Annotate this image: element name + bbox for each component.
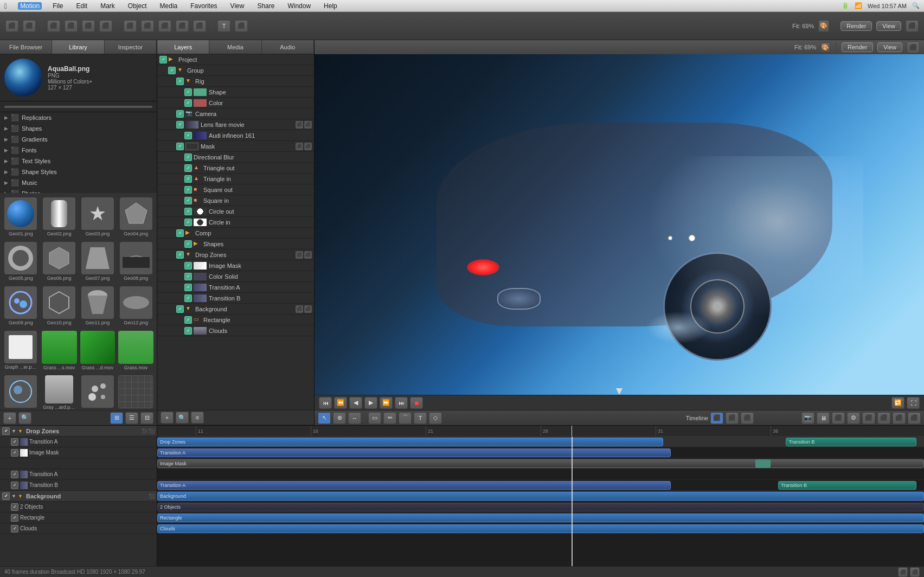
layer-row-project[interactable]: ▶ Project — [157, 54, 314, 65]
menu-item-motion[interactable]: Motion — [18, 2, 42, 10]
layer-checkbox-comp[interactable] — [176, 229, 184, 237]
layer-checkbox-sq-in[interactable] — [184, 197, 192, 204]
tab-library[interactable]: Library — [52, 40, 104, 54]
status-btn-1[interactable]: ⬛ — [898, 567, 908, 577]
tl-row-clouds[interactable]: Clouds — [0, 523, 157, 534]
tab-media[interactable]: Media — [209, 40, 261, 54]
particles-btn[interactable]: ⬛ — [832, 412, 845, 424]
menu-item-share[interactable]: Share — [255, 2, 277, 10]
screen-btn[interactable]: 🖥 — [817, 412, 830, 424]
tl-row-image-mask[interactable]: Image Mask — [0, 447, 157, 458]
asset-grass-m[interactable]: Grass.mov — [117, 329, 155, 372]
layer-checkbox-audi[interactable] — [184, 132, 192, 139]
toolbar-expand[interactable]: ⬛ — [906, 20, 919, 32]
paint-tool[interactable]: ✏ — [383, 412, 396, 424]
layer-row-audi[interactable]: Audi infineon 161 — [157, 130, 314, 141]
layer-row-rig[interactable]: ▼ Rig — [157, 76, 314, 87]
toolbar-btn-13[interactable]: ⬛ — [235, 20, 248, 32]
search-icon[interactable]: 🔍 — [912, 2, 920, 9]
asset-grass-01[interactable]: Grass...01.png — [2, 373, 40, 410]
clip-trans-a-1[interactable]: Transition A — [157, 448, 671, 457]
layer-checkbox-clouds[interactable] — [184, 327, 192, 335]
render-button[interactable]: Render — [840, 21, 872, 31]
add-item-btn[interactable]: + — [3, 412, 16, 424]
layer-row-rectangle[interactable]: ▭ Rectangle — [157, 315, 314, 325]
expand-bottom-btn[interactable]: ⬛ — [908, 412, 921, 424]
bezier-tool[interactable]: ⌒ — [399, 412, 412, 424]
tl-row-background[interactable]: ▼ ▼ Background ⬛ — [0, 491, 157, 502]
clip-trans-a-2[interactable]: Transition A — [157, 481, 671, 490]
layer-checkbox-rig[interactable] — [176, 78, 184, 85]
layer-checkbox-camera[interactable] — [176, 110, 184, 118]
menu-item-view[interactable]: View — [228, 2, 247, 10]
tab-inspector[interactable]: Inspector — [105, 40, 157, 54]
gen-btn[interactable]: ⚙ — [847, 412, 860, 424]
tl-row-rect[interactable]: Rectangle — [0, 512, 157, 523]
toolbar-btn-10[interactable]: ⬛ — [176, 20, 189, 32]
layer-row-tri-in[interactable]: ▲ Triangle in — [157, 174, 314, 184]
color-pick-btn[interactable]: 🎨 — [820, 42, 830, 52]
menu-item-file[interactable]: File — [50, 2, 65, 10]
handle-dot-2[interactable] — [689, 235, 695, 241]
timeline-btn-2[interactable]: ⬛ — [726, 412, 739, 424]
asset-geo08[interactable]: Geo08.png — [117, 240, 155, 283]
anchor-tool[interactable]: ⊕ — [333, 412, 346, 424]
tl-checkbox-dz[interactable] — [2, 427, 10, 435]
playback-forward-btn[interactable]: ⏩ — [380, 397, 393, 409]
text-tool[interactable]: T — [414, 412, 427, 424]
layer-row-image-mask[interactable]: Image Mask — [157, 260, 314, 271]
asset-geo06[interactable]: Geo06.png — [41, 240, 78, 283]
right-btn[interactable]: ⬛ — [893, 412, 906, 424]
tab-audio[interactable]: Audio — [262, 40, 314, 54]
tree-item-gradients[interactable]: ▶ ⬛ Gradients — [0, 134, 157, 145]
column-view-btn[interactable]: ⊟ — [140, 412, 153, 424]
toolbar-btn-8[interactable]: ⬛ — [141, 20, 154, 32]
mask-tool[interactable]: ◇ — [429, 412, 442, 424]
toolbar-btn-5[interactable]: ⬛ — [82, 20, 95, 32]
asset-geo03[interactable]: ★ Geo03.png — [79, 195, 117, 239]
layer-row-mask[interactable]: Mask ⬛ ⬛ — [157, 141, 314, 152]
clip-image-mask-marker[interactable] — [755, 459, 771, 468]
preview-canvas[interactable] — [315, 54, 924, 395]
tree-item-text-styles[interactable]: ▶ ⬛ Text Styles — [0, 156, 157, 166]
select-tool[interactable]: ↖ — [318, 412, 331, 424]
clip-2objects[interactable]: 2 Objects — [157, 503, 924, 511]
asset-grid[interactable]: Grid.png — [117, 373, 155, 410]
layer-row-sq-out[interactable]: ■ Square out — [157, 184, 314, 195]
asset-geo07[interactable]: Geo07.png — [79, 240, 117, 283]
layer-row-circ-in[interactable]: Circle in — [157, 217, 314, 228]
tl-checkbox-ta2[interactable] — [11, 471, 18, 478]
tree-item-music[interactable]: ▶ ⬛ Music — [0, 177, 157, 188]
clip-trans-b-top[interactable]: Transition B — [786, 438, 916, 446]
clip-image-mask[interactable]: Image Mask — [157, 459, 924, 468]
tl-row-2objects[interactable]: 2 Objects — [0, 502, 157, 512]
layer-row-background[interactable]: ▼ Background ⬛ ⬛ — [157, 304, 314, 315]
clip-background[interactable]: Background — [157, 492, 924, 501]
menu-item-object[interactable]: Object — [126, 2, 149, 10]
tl-row-trans-a[interactable]: Transition A — [0, 437, 157, 447]
toolbar-btn-12[interactable]: T — [217, 20, 230, 32]
layer-row-shape[interactable]: Shape — [157, 87, 314, 98]
layer-checkbox-circ-out[interactable] — [184, 208, 192, 215]
playback-play-btn[interactable]: ▶ — [364, 397, 377, 409]
playback-loop-btn[interactable]: 🔁 — [891, 397, 904, 409]
tl-checkbox-im[interactable] — [11, 449, 18, 457]
layer-checkbox-mask[interactable] — [176, 143, 184, 150]
cam-btn[interactable]: 📷 — [801, 412, 814, 424]
layer-checkbox-color[interactable] — [184, 99, 192, 107]
layer-checkbox-rectangle[interactable] — [184, 316, 192, 324]
menu-item-favorites[interactable]: Favorites — [188, 2, 219, 10]
layer-row-clouds[interactable]: Clouds — [157, 325, 314, 336]
toolbar-btn-4[interactable]: ⬛ — [65, 20, 78, 32]
layer-row-comp[interactable]: ▶ Comp — [157, 228, 314, 239]
layer-checkbox-drop[interactable] — [176, 251, 184, 259]
asset-geo01[interactable]: Geo01.png — [2, 195, 40, 239]
transform-tool[interactable]: ↔ — [348, 412, 361, 424]
asset-geo09[interactable]: Geo09.png — [2, 284, 40, 328]
layer-row-trans-a[interactable]: Transition A — [157, 282, 314, 293]
handle-dot-1[interactable] — [668, 236, 672, 240]
status-btn-2[interactable]: ⬛ — [910, 567, 920, 577]
toolbar-btn-1[interactable]: ⬛ — [5, 20, 18, 32]
toolbar-btn-7[interactable]: ⬛ — [124, 20, 137, 32]
layer-row-drop-zones[interactable]: ▼ Drop Zones ⬛ ⬛ — [157, 249, 314, 260]
